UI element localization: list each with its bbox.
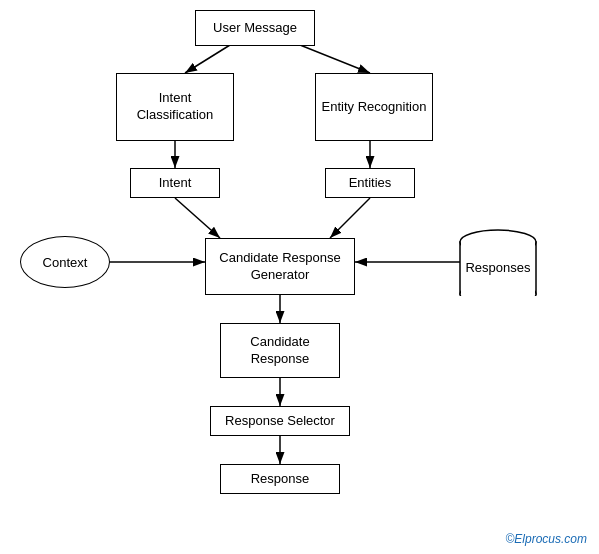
watermark-text: ©Elprocus.com (505, 532, 587, 546)
svg-line-2 (300, 45, 370, 73)
candidate-response-generator-box: Candidate Response Generator (205, 238, 355, 295)
response-box: Response (220, 464, 340, 494)
responses-cylinder: Responses (458, 228, 538, 296)
response-selector-box: Response Selector (210, 406, 350, 436)
svg-line-1 (185, 45, 230, 73)
watermark: ©Elprocus.com (505, 532, 587, 546)
context-label: Context (43, 255, 88, 270)
intent-label: Intent (159, 175, 192, 192)
candidate-response-label: Candidate Response (250, 334, 309, 368)
svg-line-5 (175, 198, 220, 238)
responses-cylinder-svg: Responses (458, 228, 538, 296)
user-message-label: User Message (213, 20, 297, 37)
svg-text:Responses: Responses (465, 260, 531, 275)
candidate-response-box: Candidate Response (220, 323, 340, 378)
svg-line-6 (330, 198, 370, 238)
intent-classification-box: Intent Classification (116, 73, 234, 141)
context-ellipse: Context (20, 236, 110, 288)
user-message-box: User Message (195, 10, 315, 46)
entities-label: Entities (349, 175, 392, 192)
entities-box: Entities (325, 168, 415, 198)
response-selector-label: Response Selector (225, 413, 335, 430)
entity-recognition-box: Entity Recognition (315, 73, 433, 141)
intent-classification-label: Intent Classification (137, 90, 214, 124)
candidate-response-generator-label: Candidate Response Generator (219, 250, 340, 284)
entity-recognition-label: Entity Recognition (322, 99, 427, 116)
flowchart-diagram: User Message Intent Classification Entit… (0, 0, 599, 554)
intent-box: Intent (130, 168, 220, 198)
response-label: Response (251, 471, 310, 488)
